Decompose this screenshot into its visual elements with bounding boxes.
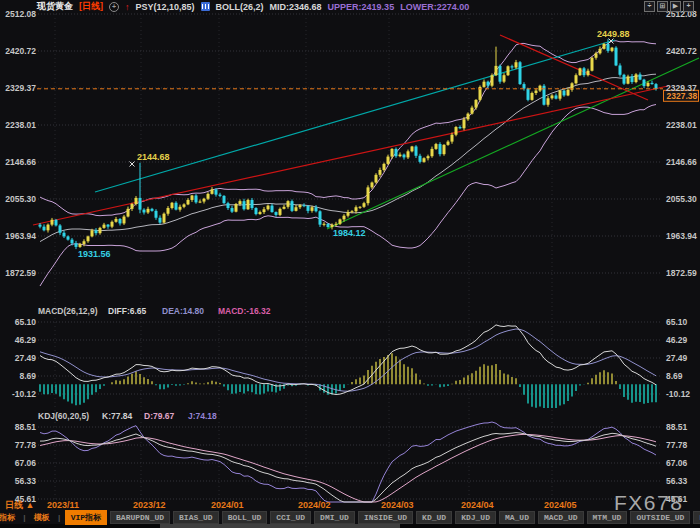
window-control-icon-3[interactable]: + [683,1,694,12]
svg-text:2420.72: 2420.72 [5,46,36,56]
window-control-icon-2[interactable]: ▶ [670,1,681,12]
scrollbar-thumb[interactable] [160,524,400,528]
svg-text:2420.72: 2420.72 [666,46,697,56]
chart-canvas[interactable]: 2327.382144.682449.881931.561984.122512.… [0,0,700,511]
window-control-icon-0[interactable]: ÷ [644,1,655,12]
add-indicator-icon[interactable]: + [109,2,119,12]
boll-lower-value: LOWER:2274.00 [400,2,469,12]
date-tick-label: 2024/02 [298,500,331,510]
svg-text:2238.01: 2238.01 [5,120,36,130]
indicator-tab-dmi_ud[interactable]: DMI_UD [314,511,355,524]
macd-pane [40,325,656,408]
indicator-tab-bias_ud[interactable]: BIAS_UD [173,511,219,524]
toolbar-menu-1[interactable]: 模板 [30,511,54,524]
date-tick-label: 2024/01 [211,500,244,510]
indicator-tab-barupdn_ud[interactable]: BARUPDN_UD [110,511,170,524]
svg-text:88.51: 88.51 [15,422,37,432]
toolbar-menu-0[interactable]: 指标 [0,511,19,524]
svg-text:2055.30: 2055.30 [5,194,36,204]
svg-text:1963.94: 1963.94 [5,231,36,241]
indicator-tab-cci_ud[interactable]: CCI_UD [270,511,311,524]
indicator-tab-vip指标[interactable]: VIP指标 [65,510,107,525]
menu-separator: | [57,513,62,522]
svg-text:-10.12: -10.12 [666,389,690,399]
candlestick-layer [39,39,658,249]
svg-text:8.69: 8.69 [19,371,36,381]
svg-text:56.33: 56.33 [15,476,37,486]
svg-text:67.06: 67.06 [15,458,37,468]
price-annotation: 1984.12 [333,228,366,238]
svg-text:2329.37: 2329.37 [5,83,36,93]
svg-text:1872.59: 1872.59 [5,268,36,278]
window-control-icon-1[interactable]: ⊞ [657,1,668,12]
svg-text:77.78: 77.78 [15,440,37,450]
indicator-tab-inside_ud[interactable]: INSIDE_UD [358,511,413,524]
svg-text:2146.66: 2146.66 [5,157,36,167]
date-tick-label: 2023/11 [47,500,79,510]
indicator-tab-boll_ud[interactable]: BOLL_UD [222,511,268,524]
boll-mid-value: MID:2346.68 [270,2,322,12]
gridlines [38,14,662,499]
indicator-tab-macd_ud[interactable]: MACD_UD [538,511,584,524]
indicator-tab-kdj_ud[interactable]: KDJ_UD [455,511,496,524]
menu-separator: | [22,513,27,522]
svg-text:65.10: 65.10 [666,317,688,327]
svg-text:8.69: 8.69 [666,371,683,381]
kdj-label: KDJ(60,20,5) [38,411,89,421]
kdj-pane [40,422,656,502]
svg-text:67.06: 67.06 [666,458,688,468]
svg-text:88.51: 88.51 [666,422,688,432]
svg-text:1872.59: 1872.59 [666,268,697,278]
indicator-tab-mtm_ud[interactable]: MTM_UD [587,511,628,524]
date-tick-label: 2024/05 [544,500,577,510]
svg-text:27.49: 27.49 [15,353,37,363]
psy-indicator-label[interactable]: PSY(12,10,85) [136,2,195,12]
macd-label: DIFF:6.65 [108,306,147,316]
svg-text:27.49: 27.49 [666,353,688,363]
period-label[interactable]: 日线 ▲ [5,500,34,510]
indicator-chip-icon[interactable] [201,2,210,11]
trendline[interactable] [33,86,668,225]
svg-text:2055.30: 2055.30 [666,194,697,204]
date-tick-label: 2024/03 [381,500,414,510]
date-tick-label: 2024/04 [461,500,494,510]
price-annotation: 2449.88 [597,29,630,39]
svg-text:65.10: 65.10 [15,317,37,327]
annotations: 2327.382144.682449.881931.561984.12 [37,29,699,259]
chart-header: 现货黄金 [日线] + ↑ PSY(12,10,85) BOLL(26,2) M… [0,0,700,13]
symbol-name: 现货黄金 [37,0,73,13]
kdj-label: D:79.67 [144,411,175,421]
svg-text:56.33: 56.33 [666,476,688,486]
window-controls: ÷⊞▶+ [644,1,694,12]
period-tag[interactable]: [日线] [79,0,103,13]
indicator-tab-ma_ud[interactable]: MA_UD [499,511,535,524]
svg-text:-10.12: -10.12 [12,389,36,399]
svg-text:2238.01: 2238.01 [666,120,697,130]
svg-text:1963.94: 1963.94 [666,231,697,241]
pane-labels: MACD(26,12,9)DIFF:6.65DEA:14.80MACD:-16.… [38,306,271,421]
price-annotation: 1931.56 [78,249,111,259]
watermark: FX678 [614,491,683,511]
boll-indicator-label[interactable]: BOLL(26,2) [216,2,264,12]
macd-label: MACD:-16.32 [218,306,271,316]
macd-label: MACD(26,12,9) [38,306,98,316]
svg-text:2146.66: 2146.66 [666,157,697,167]
macd-label: DEA:14.80 [162,306,204,316]
indicator-tab-psy_ud[interactable]: PSY_UD [693,511,700,524]
trendline[interactable] [95,40,615,192]
trendlines [33,35,699,229]
trading-terminal: 2327.382144.682449.881931.561984.122512.… [0,0,700,528]
svg-text:46.29: 46.29 [15,335,37,345]
up-arrow-icon: ↑ [125,2,130,12]
price-annotation: 2144.68 [137,152,170,162]
indicator-tab-kd_ud[interactable]: KD_UD [416,511,452,524]
svg-text:2329.37: 2329.37 [666,83,697,93]
svg-text:46.29: 46.29 [666,335,688,345]
svg-text:77.78: 77.78 [666,440,688,450]
boll-upper-value: UPPER:2419.35 [328,2,395,12]
kdj-label: K:77.84 [102,411,133,421]
indicator-tab-outside_ud[interactable]: OUTSIDE_UD [630,511,690,524]
date-tick-label: 2023/12 [133,500,166,510]
kdj-label: J:74.18 [188,411,217,421]
bottom-toolbar: 指标|模板|VIP指标BARUPDN_UDBIAS_UDBOLL_UDCCI_U… [0,511,695,524]
